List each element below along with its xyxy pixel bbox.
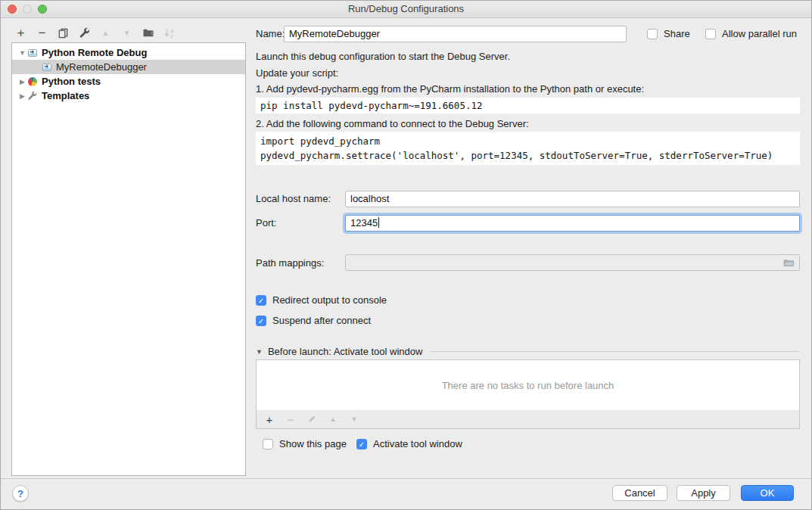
pip-install-code[interactable]: pip install pydevd-pycharm~=191.6605.12: [256, 98, 800, 114]
text-caret: [378, 217, 379, 228]
name-label: Name:: [256, 28, 285, 39]
add-configuration-icon[interactable]: +: [14, 26, 27, 39]
allow-parallel-run-checkbox[interactable]: [705, 29, 716, 39]
tree-item-label: Python tests: [42, 76, 101, 87]
window-title: Run/Debug Configurations: [1, 3, 811, 14]
remote-debug-config-icon: [41, 62, 52, 73]
add-task-icon[interactable]: +: [264, 411, 275, 428]
tree-item-label: Templates: [42, 90, 89, 101]
suspend-after-connect-checkbox-row[interactable]: Suspend after connect: [256, 315, 800, 326]
dialog-footer: ? Cancel Apply OK: [1, 478, 811, 509]
show-this-page-label: Show this page: [279, 438, 347, 449]
ok-button[interactable]: OK: [741, 485, 794, 501]
templates-wrench-icon: [26, 91, 38, 101]
before-launch-task-list[interactable]: There are no tasks to run before launch: [256, 359, 800, 411]
port-label: Port:: [256, 217, 276, 229]
new-folder-icon[interactable]: [142, 26, 154, 39]
expand-icon[interactable]: ▶: [18, 92, 26, 100]
share-label: Share: [664, 28, 690, 39]
tree-item-templates[interactable]: ▶ Templates: [12, 89, 245, 103]
tree-item-python-remote-debug[interactable]: ▼ Python Remote Debug: [12, 45, 245, 60]
port-input[interactable]: 12345: [345, 215, 800, 232]
collapse-icon[interactable]: ▼: [18, 49, 26, 57]
browse-folder-icon[interactable]: [782, 257, 795, 273]
allow-parallel-run-checkbox-row[interactable]: Allow parallel run: [705, 28, 797, 39]
move-task-up-icon: ▲: [328, 411, 338, 428]
tree-item-label: Python Remote Debug: [42, 47, 147, 58]
port-value: 12345: [350, 217, 378, 229]
configurations-toolbar: + − ▲ ▼ a z: [14, 24, 176, 41]
python-tests-icon: [26, 76, 38, 87]
help-icon: ?: [17, 488, 23, 499]
tree-item-python-tests[interactable]: ▶ Python tests: [12, 74, 245, 89]
edit-task-icon: [306, 411, 317, 428]
help-button[interactable]: ?: [12, 485, 29, 502]
collapse-icon[interactable]: ▼: [256, 348, 263, 356]
suspend-after-connect-checkbox[interactable]: [256, 316, 266, 326]
tree-item-myremotedebugger[interactable]: MyRemoteDebugger: [12, 60, 245, 74]
redirect-output-checkbox-row[interactable]: Redirect output to console: [256, 294, 800, 306]
before-launch-empty-text: There are no tasks to run before launch: [442, 380, 614, 391]
settrace-code-line2: pydevd_pycharm.settrace('localhost', por…: [260, 148, 795, 163]
before-launch-toolbar: + − ▲ ▼: [256, 410, 800, 429]
remove-configuration-icon[interactable]: −: [36, 26, 48, 39]
share-checkbox[interactable]: [647, 29, 658, 39]
expand-icon[interactable]: ▶: [18, 78, 26, 86]
name-value: MyRemoteDebugger: [289, 28, 380, 39]
section-divider: [431, 351, 800, 352]
activate-tool-window-checkbox[interactable]: [356, 439, 367, 449]
name-input[interactable]: MyRemoteDebugger: [284, 26, 627, 42]
settrace-code[interactable]: import pydevd_pycharm pydevd_pycharm.set…: [256, 132, 800, 165]
remote-debug-config-icon: [26, 48, 38, 58]
remove-task-icon: −: [285, 411, 296, 428]
before-launch-title: Before launch: Activate tool window: [268, 346, 423, 357]
instruction-update-script: Update your script:: [256, 67, 800, 79]
svg-text:z: z: [170, 33, 173, 39]
instruction-launch: Launch this debug configuration to start…: [256, 51, 800, 62]
move-up-icon: ▲: [99, 26, 112, 39]
before-launch-section-header[interactable]: ▼ Before launch: Activate tool window: [256, 346, 800, 357]
title-bar[interactable]: Run/Debug Configurations: [1, 1, 811, 18]
instruction-step1: 1. Add pydevd-pycharm.egg from the PyCha…: [256, 83, 800, 95]
copy-configuration-icon[interactable]: [57, 26, 70, 39]
move-task-down-icon: ▼: [349, 411, 359, 428]
instruction-step2: 2. Add the following command to connect …: [256, 118, 800, 129]
tree-item-label: MyRemoteDebugger: [56, 61, 147, 73]
path-mappings-label: Path mappings:: [256, 257, 324, 269]
show-this-page-checkbox[interactable]: [263, 439, 273, 449]
apply-button[interactable]: Apply: [677, 485, 730, 501]
local-host-name-label: Local host name:: [256, 193, 331, 204]
edit-templates-icon[interactable]: [78, 26, 91, 39]
path-mappings-input[interactable]: [345, 254, 800, 271]
sort-configurations-icon: a z: [163, 26, 176, 39]
share-checkbox-row[interactable]: Share: [647, 28, 690, 39]
activate-tool-window-checkbox-row[interactable]: Activate tool window: [356, 438, 462, 449]
run-debug-configurations-dialog: Run/Debug Configurations + − ▲ ▼ a: [0, 0, 812, 510]
suspend-after-connect-label: Suspend after connect: [272, 315, 371, 326]
local-host-name-input[interactable]: localhost: [345, 191, 800, 207]
activate-tool-window-label: Activate tool window: [373, 438, 462, 449]
cancel-button[interactable]: Cancel: [612, 485, 667, 501]
show-this-page-checkbox-row[interactable]: Show this page: [263, 438, 347, 449]
move-down-icon: ▼: [120, 26, 133, 39]
allow-parallel-run-label: Allow parallel run: [722, 28, 797, 39]
redirect-output-label: Redirect output to console: [272, 294, 387, 306]
redirect-output-checkbox[interactable]: [256, 295, 266, 306]
local-host-name-value: localhost: [350, 193, 389, 204]
settrace-code-line1: import pydevd_pycharm: [260, 134, 795, 148]
configurations-tree: ▼ Python Remote Debug MyRemoteDebugger: [11, 42, 246, 476]
